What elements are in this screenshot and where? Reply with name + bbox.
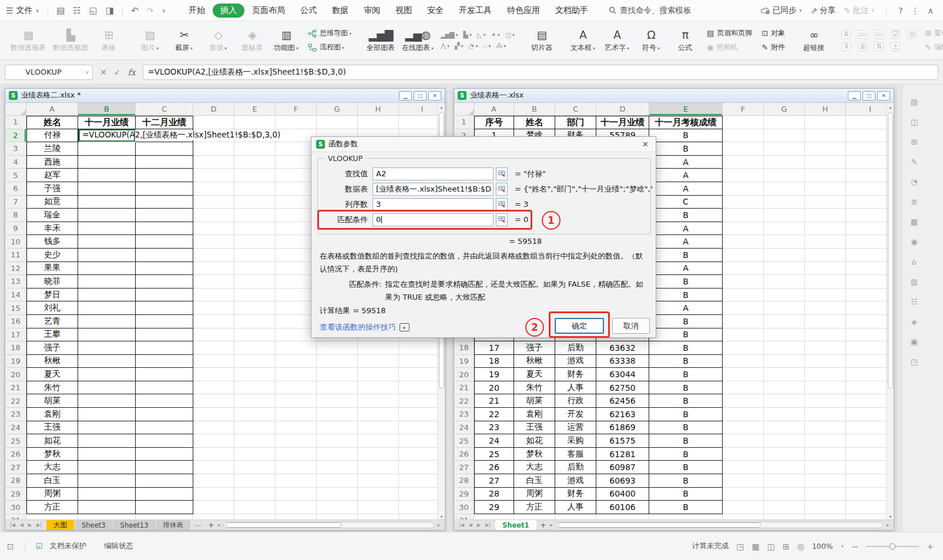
panel-icon-8[interactable]: ◉ [910, 237, 919, 246]
file-menu-button[interactable]: ☰ 文件 ∨ [6, 5, 39, 16]
cell-E5[interactable]: A [649, 169, 723, 182]
cell-A4[interactable]: 西施 [26, 156, 78, 169]
menu-tab-插入[interactable]: 插入 [213, 4, 244, 18]
function-tips-link[interactable]: 查看该函数的操作技巧 ▸ [320, 322, 410, 333]
cell-B27[interactable]: 大志 [514, 461, 555, 474]
menu-tab-开始[interactable]: 开始 [181, 4, 213, 18]
cell-A10[interactable]: 钱多 [26, 235, 78, 249]
cell-B15[interactable] [78, 301, 136, 315]
cell-E16[interactable]: B [649, 315, 723, 328]
cell-H12[interactable] [805, 262, 846, 276]
row-header-25[interactable]: 25 [454, 434, 474, 448]
undo-button[interactable]: ↶ [131, 5, 139, 16]
cell-C25[interactable]: 采购 [555, 434, 596, 448]
cell-H7[interactable] [805, 196, 846, 209]
cell-A9[interactable]: 丰禾 [26, 222, 78, 236]
ribbon-文本框-button[interactable]: A文本框▾ [567, 27, 599, 54]
panel-icon-10[interactable]: ▥ [910, 277, 919, 286]
row-header-10[interactable]: 10 [5, 235, 26, 249]
prev-sheet-icon[interactable]: ◀ [20, 522, 24, 528]
menu-tab-特色应用[interactable]: 特色应用 [499, 4, 548, 18]
form-spin-button[interactable]: ⇕ [841, 42, 851, 51]
cell-D5[interactable] [193, 169, 234, 182]
cell-F30[interactable] [723, 501, 764, 514]
cell-A26[interactable]: 25 [474, 448, 514, 461]
cell-H22[interactable] [358, 394, 399, 408]
cell-A19[interactable]: 秋楸 [26, 355, 78, 368]
menu-tab-开发工具[interactable]: 开发工具 [451, 4, 499, 18]
minichart-pie-button[interactable]: ◔▾ [469, 42, 478, 50]
row-header-30[interactable]: 30 [5, 501, 26, 514]
cell-G17[interactable] [764, 328, 805, 342]
cell-C26[interactable]: 客服 [555, 448, 596, 461]
cell-H9[interactable] [805, 222, 846, 236]
cell-H17[interactable] [805, 328, 846, 342]
menu-tab-页面布局[interactable]: 页面布局 [244, 4, 293, 18]
cell-H11[interactable] [805, 249, 846, 262]
cell-F9[interactable] [723, 222, 764, 236]
cell-A23[interactable]: 袁刚 [26, 408, 78, 421]
row-header-2[interactable]: 2 [5, 129, 26, 143]
cell-G16[interactable] [764, 315, 805, 328]
cell-B1[interactable]: 姓名 [514, 116, 555, 129]
cell-B24[interactable] [78, 421, 136, 435]
row-header-24[interactable]: 24 [454, 421, 474, 435]
cell-C14[interactable] [136, 289, 193, 302]
cell-D3[interactable] [193, 142, 234, 156]
menu-tab-文档助手[interactable]: 文档助手 [548, 4, 596, 18]
cell-F22[interactable] [276, 394, 317, 408]
cell-F6[interactable] [723, 182, 764, 196]
panel-icon-13[interactable]: ▣ [910, 337, 919, 346]
cell-A23[interactable]: 22 [474, 408, 514, 421]
cell-A20[interactable]: 夏天 [26, 368, 78, 381]
row-header-1[interactable]: 1 [454, 116, 474, 129]
cell-E5[interactable] [234, 169, 276, 182]
cell-G1[interactable] [764, 116, 805, 129]
window-titlebar[interactable]: S 业绩表格一.xlsx ▁ □ ✕ [454, 89, 894, 103]
row-header-20[interactable]: 20 [454, 368, 474, 381]
row-header-25[interactable]: 25 [5, 434, 26, 448]
row-header-20[interactable]: 20 [5, 368, 26, 381]
scroll-up-icon[interactable]: ▴ [887, 103, 894, 111]
cell-F27[interactable] [723, 461, 764, 474]
row-header-26[interactable]: 26 [5, 448, 26, 461]
ribbon-图标库-button[interactable]: ◈图标库 [236, 27, 268, 54]
cell-D8[interactable] [193, 209, 234, 222]
cell-D18[interactable]: 63632 [596, 341, 649, 355]
cell-F11[interactable] [723, 249, 764, 262]
cell-C27[interactable]: 后勤 [555, 461, 596, 474]
cell-D1[interactable] [193, 116, 234, 129]
cell-B14[interactable] [78, 289, 136, 302]
cell-H24[interactable] [805, 421, 846, 435]
row-header-28[interactable]: 28 [454, 474, 474, 488]
cell-A21[interactable]: 20 [474, 381, 514, 395]
cell-E28[interactable] [234, 474, 276, 488]
cell-F8[interactable] [723, 209, 764, 222]
cell-H1[interactable] [805, 116, 846, 129]
row-header-21[interactable]: 21 [454, 381, 474, 395]
cell-E20[interactable]: B [649, 368, 723, 381]
cell-F18[interactable] [723, 341, 764, 355]
row-header-17[interactable]: 17 [5, 328, 26, 342]
minichart-hbar-button[interactable]: ▙▾ [463, 31, 471, 39]
column-header-F[interactable]: F [723, 103, 764, 116]
cell-C9[interactable] [136, 222, 193, 236]
last-sheet-icon[interactable]: ▶| [485, 522, 491, 528]
panel-icon-2[interactable]: ◫ [910, 118, 919, 126]
cell-G21[interactable] [764, 381, 805, 395]
ribbon-全部图表-button[interactable]: ▂▅▇全部图表 [364, 27, 397, 54]
print-preview-button[interactable]: ◱ [89, 5, 98, 16]
ribbon-流程图-button[interactable]: 流程图▾ [308, 42, 351, 52]
cell-C25[interactable] [136, 434, 193, 448]
cell-H19[interactable] [358, 355, 399, 368]
row-header-13[interactable]: 13 [5, 275, 26, 289]
ribbon-思维导图-button[interactable]: 思维导图▾ [308, 28, 351, 38]
scrollbar-thumb[interactable] [226, 522, 341, 528]
column-header-G[interactable]: G [317, 103, 358, 116]
ribbon-表格-button[interactable]: ⊞表格 [93, 27, 125, 54]
cell-D24[interactable] [193, 421, 234, 435]
cell-B19[interactable] [78, 355, 136, 368]
cell-B29[interactable]: 周粥 [514, 488, 555, 501]
name-box-dropdown-icon[interactable]: ∨ [82, 69, 92, 75]
ribbon-符号-button[interactable]: Ω符号▾ [635, 27, 667, 54]
